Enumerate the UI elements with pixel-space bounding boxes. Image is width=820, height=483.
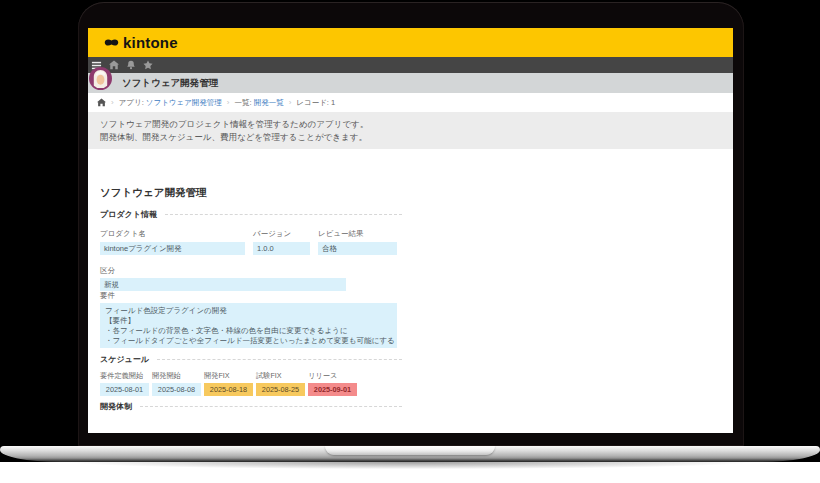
requirements-line: ・フィールドタイプごとや全フィールド一括変更といったまとめて変更も可能にする (105, 336, 392, 346)
floor-shadow (0, 462, 820, 483)
requirements-label: 要件 (100, 291, 115, 301)
dev-start-label: 開発開始 (152, 371, 181, 381)
version-value: 1.0.0 (253, 242, 310, 255)
kintone-app-screen: kintone ソフトウェア開発管理 (88, 28, 733, 433)
record-form: プロダクト情報 プロダクト名 バージョン レビュー結果 kintoneプラグイン… (100, 28, 402, 433)
release-label: リリース (308, 371, 337, 381)
group-dev-team-label: 開発体制 (100, 401, 132, 412)
product-name-value: kintoneプラグイン開発 (100, 242, 245, 255)
group-product-label: プロダクト情報 (100, 209, 157, 220)
requirements-line: ・各フィールドの背景色・文字色・枠線の色を自由に変更できるように (105, 326, 392, 336)
category-label: 区分 (100, 266, 115, 276)
laptop-mockup-stage: kintone ソフトウェア開発管理 (0, 0, 820, 483)
product-name-label: プロダクト名 (100, 229, 146, 239)
group-schedule-label: スケジュール (100, 354, 149, 365)
requirements-line: フィールド色設定プラグインの開発 (105, 306, 392, 316)
group-schedule: スケジュール (100, 354, 402, 365)
review-result-label: レビュー結果 (318, 229, 364, 239)
laptop-base-notch (325, 446, 495, 455)
group-dev-team: 開発体制 (100, 401, 402, 412)
dev-fix-date: 2025-08-18 (204, 383, 253, 396)
group-divider-line (157, 359, 402, 360)
requirements-value: フィールド色設定プラグインの開発 【要件】 ・各フィールドの背景色・文字色・枠線… (100, 303, 397, 348)
test-fix-date: 2025-08-25 (256, 383, 305, 396)
group-divider-line (140, 406, 402, 407)
review-result-value: 合格 (318, 242, 397, 255)
dev-fix-label: 開発FIX (204, 371, 230, 381)
laptop-base (0, 446, 820, 462)
laptop-screen-bezel: kintone ソフトウェア開発管理 (78, 2, 744, 446)
group-product-info: プロダクト情報 (100, 209, 402, 220)
requirements-start-date: 2025-08-01 (100, 383, 149, 396)
requirements-start-label: 要件定義開始 (100, 371, 143, 381)
category-value: 新規 (100, 278, 346, 291)
test-fix-label: 試験FIX (256, 371, 282, 381)
requirements-line: 【要件】 (105, 316, 392, 326)
group-divider-line (165, 214, 402, 215)
release-date: 2025-09-01 (308, 383, 357, 396)
version-label: バージョン (253, 229, 291, 239)
dev-start-date: 2025-08-08 (152, 383, 201, 396)
